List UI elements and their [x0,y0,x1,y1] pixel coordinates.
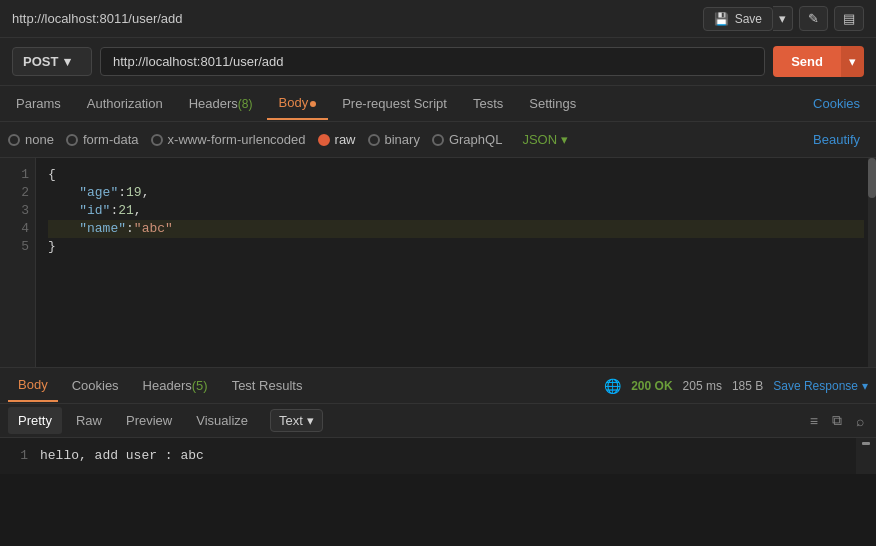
format-tab-preview[interactable]: Preview [116,407,182,434]
send-button[interactable]: Send [773,46,841,77]
format-type-label: Text [279,413,303,428]
status-ok-text: 200 OK [631,379,672,393]
response-line-1: hello, add user : abc [40,446,204,466]
method-select[interactable]: POST ▾ [12,47,92,76]
beautify-button[interactable]: Beautify [805,128,868,151]
radio-none[interactable]: none [8,132,54,147]
response-line-numbers: 1 [12,446,40,466]
line-num-1: 1 [6,166,29,184]
save-response-button[interactable]: Save Response ▾ [773,379,868,393]
bottom-panel: Body Cookies Headers(5) Test Results 🌐 2… [0,368,876,474]
format-icons: ≡ ⧉ ⌕ [806,410,868,431]
code-line-2: "age":19, [48,184,864,202]
line-num-2: 2 [6,184,29,202]
body-type-left: none form-data x-www-form-urlencoded raw… [8,132,568,147]
format-tab-raw[interactable]: Raw [66,407,112,434]
tab-pre-request-script[interactable]: Pre-request Script [330,88,459,119]
bottom-tab-body[interactable]: Body [8,369,58,402]
method-label: POST [23,54,58,69]
radio-urlencoded[interactable]: x-www-form-urlencoded [151,132,306,147]
radio-raw-circle [318,134,330,146]
code-line-1: { [48,166,864,184]
radio-graphql[interactable]: GraphQL [432,132,502,147]
line-num-5: 5 [6,238,29,256]
format-type-dropdown[interactable]: Text ▾ [270,409,323,432]
cookies-link[interactable]: Cookies [801,88,872,119]
json-format-caret-icon: ▾ [561,132,568,147]
code-editor[interactable]: 1 2 3 4 5 { "age":19, "id":21, "name":"a… [0,158,876,368]
body-dot [310,101,316,107]
method-caret-icon: ▾ [64,54,71,69]
code-line-5: } [48,238,864,256]
code-line-3: "id":21, [48,202,864,220]
save-label: Save [735,12,762,26]
response-line-num-1: 1 [12,446,28,466]
copy-icon-button[interactable]: ⧉ [828,410,846,431]
tab-headers[interactable]: Headers(8) [177,88,265,119]
radio-form-data-circle [66,134,78,146]
bottom-tab-left: Body Cookies Headers(5) Test Results [8,369,312,402]
radio-form-data-label: form-data [83,132,139,147]
gutter-marker-1 [862,442,870,445]
save-response-label: Save Response [773,379,858,393]
save-response-caret-icon: ▾ [862,379,868,393]
pencil-icon-button[interactable]: ✎ [799,6,828,31]
title-bar: http://localhost:8011/user/add 💾 Save ▾ … [0,0,876,38]
wrap-icon-button[interactable]: ≡ [806,411,822,431]
title-bar-url: http://localhost:8011/user/add [12,11,183,26]
bottom-tab-bar: Body Cookies Headers(5) Test Results 🌐 2… [0,368,876,404]
radio-graphql-label: GraphQL [449,132,502,147]
editor-scrollbar[interactable] [868,158,876,367]
line-num-4: 4 [6,220,29,238]
bottom-tab-test-results[interactable]: Test Results [222,370,313,401]
tab-settings[interactable]: Settings [517,88,588,119]
save-button[interactable]: 💾 Save [703,7,773,31]
response-format-bar: Pretty Raw Preview Visualize Text ▾ ≡ ⧉ … [0,404,876,438]
line-num-3: 3 [6,202,29,220]
note-icon-button[interactable]: ▤ [834,6,864,31]
status-size-text: 185 B [732,379,763,393]
json-format-dropdown[interactable]: JSON ▾ [522,132,568,147]
title-bar-actions: 💾 Save ▾ ✎ ▤ [703,6,864,31]
radio-urlencoded-circle [151,134,163,146]
tab-body[interactable]: Body [267,87,329,120]
radio-none-circle [8,134,20,146]
bottom-tab-cookies[interactable]: Cookies [62,370,129,401]
url-input[interactable] [100,47,765,76]
bottom-tab-headers[interactable]: Headers(5) [133,370,218,401]
format-type-caret-icon: ▾ [307,413,314,428]
radio-binary[interactable]: binary [368,132,420,147]
response-content: 1 hello, add user : abc [0,438,876,474]
response-text: hello, add user : abc [40,446,204,466]
code-lines: 1 2 3 4 5 { "age":19, "id":21, "name":"a… [0,158,876,367]
tab-params[interactable]: Params [4,88,73,119]
search-icon-button[interactable]: ⌕ [852,411,868,431]
radio-urlencoded-label: x-www-form-urlencoded [168,132,306,147]
radio-raw[interactable]: raw [318,132,356,147]
tab-authorization[interactable]: Authorization [75,88,175,119]
format-tab-pretty[interactable]: Pretty [8,407,62,434]
status-time-text: 205 ms [683,379,722,393]
json-format-label: JSON [522,132,557,147]
line-numbers: 1 2 3 4 5 [0,158,36,367]
radio-binary-circle [368,134,380,146]
globe-icon: 🌐 [604,378,621,394]
radio-graphql-circle [432,134,444,146]
radio-form-data[interactable]: form-data [66,132,139,147]
url-bar: POST ▾ Send ▾ [0,38,876,86]
radio-binary-label: binary [385,132,420,147]
body-type-bar: none form-data x-www-form-urlencoded raw… [0,122,876,158]
code-line-4: "name":"abc" [48,220,864,238]
format-tab-visualize[interactable]: Visualize [186,407,258,434]
tab-tests[interactable]: Tests [461,88,515,119]
code-content[interactable]: { "age":19, "id":21, "name":"abc" } [36,158,876,367]
tab-bar-left: Params Authorization Headers(8) Body Pre… [4,87,588,120]
format-left: Pretty Raw Preview Visualize Text ▾ [8,407,323,434]
save-button-group: 💾 Save ▾ [703,6,793,31]
send-caret-button[interactable]: ▾ [841,46,864,77]
save-caret-button[interactable]: ▾ [773,6,793,31]
bottom-status: 🌐 200 OK 205 ms 185 B Save Response ▾ [604,378,868,394]
radio-none-label: none [25,132,54,147]
response-gutter [856,438,876,474]
save-icon: 💾 [714,12,729,26]
